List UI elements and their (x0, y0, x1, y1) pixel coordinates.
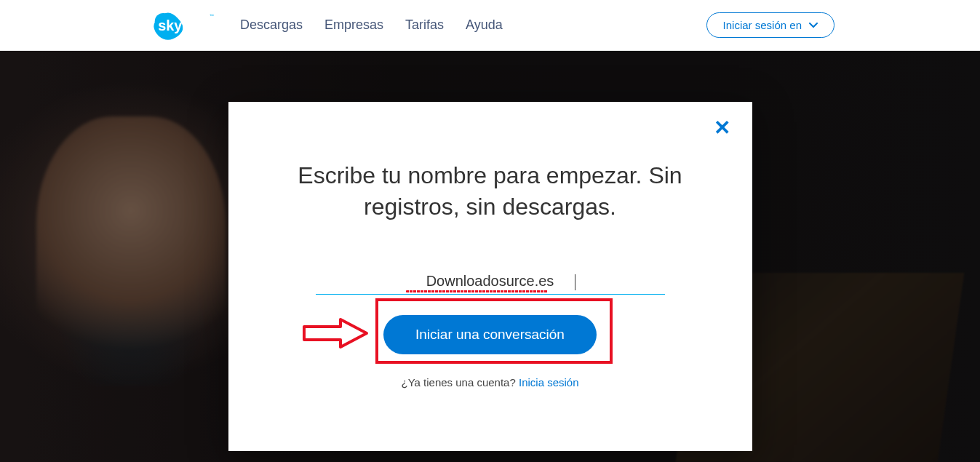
hero-section: ✕ Escribe tu nombre para empezar. Sin re… (0, 51, 980, 462)
modal-heading: Escribe tu nombre para empezar. Sin regi… (279, 160, 701, 223)
already-account-question: ¿Ya tienes una cuenta? (401, 376, 515, 389)
already-account-text: ¿Ya tienes una cuenta? Inicia sesión (279, 376, 701, 389)
hero-person (36, 116, 226, 386)
spellcheck-underline-icon (406, 290, 548, 292)
skype-logo[interactable]: skype ™ (153, 11, 218, 40)
annotation-arrow-icon (301, 316, 370, 350)
nav-rates[interactable]: Tarifas (405, 17, 444, 33)
text-cursor-icon (575, 274, 575, 290)
top-nav: skype ™ Descargas Empresas Tarifas Ayuda… (0, 0, 980, 51)
guest-start-modal: ✕ Escribe tu nombre para empezar. Sin re… (228, 102, 752, 451)
nav-help[interactable]: Ayuda (466, 17, 503, 33)
name-input-wrap (316, 270, 665, 295)
start-conversation-button[interactable]: Iniciar una conversación (383, 315, 597, 354)
sign-in-link[interactable]: Inicia sesión (519, 376, 579, 389)
close-icon[interactable]: ✕ (714, 118, 730, 138)
sign-in-dropdown[interactable]: Iniciar sesión en (706, 12, 834, 38)
chevron-down-icon (809, 23, 818, 28)
sign-in-label: Iniciar sesión en (723, 19, 802, 31)
nav-business[interactable]: Empresas (324, 17, 383, 33)
svg-text:™: ™ (209, 13, 213, 18)
primary-nav: Descargas Empresas Tarifas Ayuda (240, 17, 503, 33)
svg-text:skype: skype (158, 17, 199, 33)
nav-downloads[interactable]: Descargas (240, 17, 303, 33)
skype-logo-icon: skype ™ (153, 11, 218, 40)
